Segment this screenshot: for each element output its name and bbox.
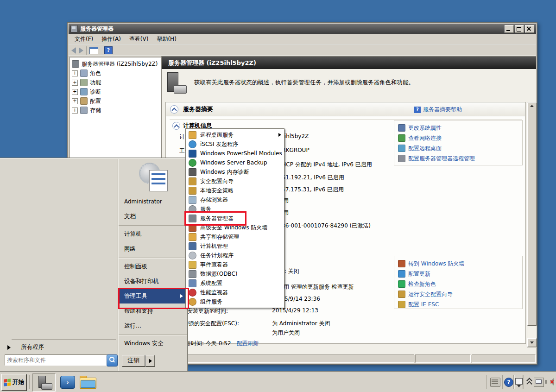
taskbar-powershell-icon[interactable]: ›	[60, 376, 75, 389]
keyboard-layout-icon[interactable]	[490, 378, 500, 387]
help-icon[interactable]: ?	[104, 46, 113, 54]
tray-help-icon[interactable]: ?	[504, 378, 513, 387]
all-programs[interactable]: 所有程序	[7, 343, 44, 351]
taskbar-server-manager-icon[interactable]	[32, 373, 56, 392]
close-button[interactable]	[525, 25, 534, 33]
task-link-icon	[398, 291, 405, 298]
expand-icon[interactable]: +	[72, 70, 78, 76]
start-menu-item[interactable]: 设备和打印机	[119, 274, 187, 289]
submenu-item[interactable]: 本地安全策略	[186, 186, 284, 195]
submenu-item[interactable]: 数据源(ODBC)	[186, 269, 284, 278]
submenu-item[interactable]: 服务	[186, 204, 284, 214]
expand-icon[interactable]: +	[72, 107, 78, 114]
collapse-chevron-icon[interactable]	[170, 105, 178, 114]
tree-item[interactable]: + 功能	[70, 78, 161, 87]
task-link[interactable]: 配置更新	[398, 269, 522, 279]
start-menu: Administrator 文档 计算机 网络 控制面板 设	[0, 158, 188, 373]
show-windows-icon[interactable]	[515, 378, 523, 385]
task-link[interactable]: 配置服务器管理器远程管理	[398, 153, 522, 164]
collapse-chevron-icon[interactable]	[172, 122, 180, 130]
submenu-item[interactable]: 服务器管理器	[186, 214, 284, 223]
scrollbar-thumb[interactable]	[527, 111, 537, 326]
tree-item[interactable]: + 存储	[70, 106, 161, 115]
start-menu-item[interactable]: Windows 安全	[119, 336, 187, 351]
vertical-scrollbar[interactable]	[527, 102, 537, 348]
scroll-up-icon[interactable]	[527, 102, 537, 111]
submenu-item[interactable]: 共享和存储管理	[186, 232, 284, 241]
task-link[interactable]: 运行安全配置向导	[398, 289, 522, 299]
expand-icon[interactable]: +	[72, 89, 78, 95]
task-link[interactable]: 查看网络连接	[398, 133, 522, 143]
search-icon[interactable]	[107, 354, 118, 367]
submenu-arrow-icon	[180, 294, 183, 298]
start-menu-item[interactable]: 帮助和支持	[119, 303, 187, 318]
tree-item-icon	[80, 107, 88, 114]
logoff-button[interactable]: 注销	[122, 355, 145, 367]
tree-item[interactable]: + 角色	[70, 69, 161, 78]
submenu-item[interactable]: Windows 内存诊断	[186, 167, 284, 177]
network-tray-icon[interactable]	[534, 378, 544, 387]
submenu-item[interactable]: 远程桌面服务	[186, 130, 284, 139]
maximize-button[interactable]	[515, 25, 524, 33]
task-link-icon	[398, 301, 405, 308]
show-console-tree-icon[interactable]	[89, 47, 98, 54]
task-link-icon	[398, 270, 405, 278]
submenu-item[interactable]: 安全配置向导	[186, 177, 284, 186]
submenu-item[interactable]: 组件服务	[186, 297, 284, 306]
row-value: 86-001-0001076-84290 (已激活)	[282, 222, 371, 230]
submenu-item[interactable]: 系统配置	[186, 278, 284, 288]
start-menu-item[interactable]: 网络	[119, 241, 187, 256]
task-link[interactable]: 配置远程桌面	[398, 143, 522, 153]
tree-item[interactable]: + 配置	[70, 96, 161, 106]
tray-separator	[486, 375, 487, 389]
task-link[interactable]: 配置 IE ESC	[398, 299, 522, 310]
scroll-down-icon[interactable]	[527, 338, 537, 347]
submenu-item[interactable]: 高级安全 Windows 防火墙	[186, 223, 284, 232]
task-link[interactable]: 转到 Windows 防火墙	[398, 259, 522, 269]
task-link-icon	[398, 124, 405, 132]
taskbar-explorer-icon[interactable]	[80, 376, 95, 388]
submenu-item[interactable]: Windows PowerShell Modules	[186, 149, 284, 158]
submenu-item[interactable]: Windows Server Backup	[186, 158, 284, 167]
search-input[interactable]	[5, 354, 109, 366]
submenu-item-icon	[189, 131, 196, 139]
minimize-button[interactable]	[505, 25, 514, 33]
submenu-item[interactable]: 事件查看器	[186, 260, 284, 269]
submenu-item[interactable]: 存储浏览器	[186, 195, 284, 204]
submenu-item[interactable]: iSCSI 发起程序	[186, 139, 284, 149]
show-hidden-icons-chevron[interactable]	[526, 379, 532, 386]
menu-bar-item[interactable]: 帮助(H)	[152, 34, 180, 44]
window-titlebar[interactable]: 服务器管理器	[69, 24, 536, 34]
task-link-icon	[398, 260, 405, 267]
start-menu-item[interactable]: 管理工具	[119, 289, 187, 303]
submenu-item[interactable]: 任务计划程序	[186, 251, 284, 260]
start-menu-item[interactable]: Administrator	[119, 194, 187, 209]
menu-bar-item[interactable]: 文件(F)	[70, 34, 97, 44]
tree-item-icon	[80, 88, 88, 95]
menu-bar-item[interactable]: 查看(V)	[125, 34, 153, 44]
tree-root[interactable]: 服务器管理器 (iZ25ihl5by2Z)	[70, 59, 161, 69]
start-menu-item[interactable]: 文档	[119, 209, 187, 224]
tree-item[interactable]: + 诊断	[70, 87, 161, 96]
server-summary-help-link[interactable]: 服务器摘要帮助	[423, 106, 462, 114]
volume-muted-icon[interactable]	[545, 378, 554, 386]
task-link[interactable]: 更改系统属性	[398, 123, 522, 133]
menu-bar-item[interactable]: 操作(A)	[97, 34, 125, 44]
start-menu-item[interactable]: 运行...	[119, 318, 187, 333]
forward-icon[interactable]	[79, 47, 83, 54]
submenu-item-icon	[189, 279, 196, 287]
expand-icon[interactable]: +	[72, 98, 78, 104]
task-link[interactable]: 检查新角色	[398, 279, 522, 289]
expand-icon[interactable]: +	[72, 80, 78, 86]
submenu-item[interactable]: 计算机管理	[186, 241, 284, 251]
submenu-item[interactable]: 性能监视器	[186, 288, 284, 297]
configure-refresh-link[interactable]: 配置刷新	[236, 340, 259, 347]
submenu-item-icon	[189, 215, 196, 222]
logoff-options-arrow[interactable]	[145, 355, 155, 367]
server-summary-help[interactable]: ? 服务器摘要帮助	[414, 106, 462, 114]
back-icon[interactable]	[71, 47, 76, 54]
main-panel-description: 获取有关此服务器状态的概述，执行首要管理任务，并添加或删除服务器角色和功能。	[194, 79, 414, 87]
start-menu-item[interactable]: 控制面板	[119, 259, 187, 274]
start-button[interactable]: 开始	[1, 374, 26, 391]
start-menu-item[interactable]: 计算机	[119, 227, 187, 241]
